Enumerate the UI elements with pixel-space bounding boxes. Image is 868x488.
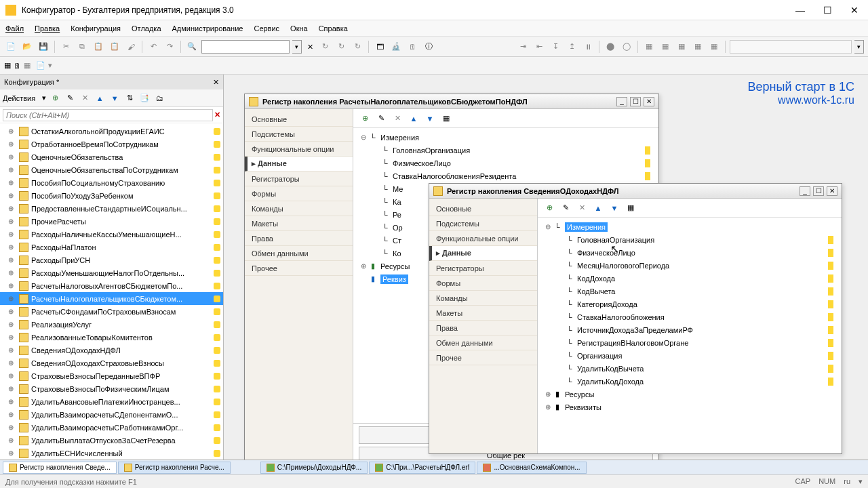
nav-item[interactable]: Команды <box>429 291 537 306</box>
panel-close-icon[interactable]: ✕ <box>213 78 219 87</box>
dim-item[interactable]: └ИсточникДоходаЗаПределамиРФ <box>543 323 836 336</box>
up-dim-icon[interactable]: ▲ <box>592 202 604 214</box>
nav-item[interactable]: Прочее <box>429 350 537 365</box>
tb2-3-icon[interactable]: ▦ <box>24 61 31 70</box>
tree-item[interactable]: ⊕РасходыПриУСН <box>0 253 223 266</box>
mdi-max-icon[interactable]: ☐ <box>813 186 824 196</box>
tree-item[interactable]: ⊕РасчетыСФондамиПоСтраховымВзносам <box>0 305 223 318</box>
tree-root[interactable]: ⊖└Измерения <box>543 220 836 233</box>
expand-icon[interactable]: ⊕ <box>8 333 16 341</box>
tree-item[interactable]: ⊕ОтработанноеВремяПоСотрудникам <box>0 138 223 150</box>
nav-item[interactable]: Подсистемы <box>429 216 537 231</box>
tree-item[interactable]: ⊕РеализованныеТоварыКомитентов <box>0 331 223 344</box>
refresh2-icon[interactable]: ↻ <box>334 40 348 54</box>
tree-item[interactable]: ⊕УдалитьВыплатаОтпусковЗаСчетРезерва <box>0 434 223 447</box>
p2-icon[interactable]: ▦ <box>658 40 672 54</box>
edit-dim-icon[interactable]: ✎ <box>375 113 387 125</box>
tree-item[interactable]: ⊕СведенияОДоходахСтраховыеВзносы <box>0 357 223 369</box>
props-dim-icon[interactable]: ▦ <box>625 202 637 214</box>
expand-icon[interactable]: ⊕ <box>8 282 16 289</box>
open-icon[interactable]: 📂 <box>20 40 34 54</box>
tree-item[interactable]: ⊕СтраховыеВзносыПереданныеВПФР <box>0 369 223 382</box>
window-icon[interactable]: 🗔 <box>373 40 387 54</box>
props-dim-icon[interactable]: ▦ <box>440 113 452 125</box>
calc-icon[interactable]: 🗓 <box>406 40 419 54</box>
mdi-window-2-tree[interactable]: ⊖└Измерения└ГоловнаяОрганизация└Физическ… <box>538 218 842 453</box>
nav-item[interactable]: Основные <box>429 201 537 216</box>
debug-combo-dropdown[interactable]: ▾ <box>854 40 864 54</box>
mdi-min-icon[interactable]: _ <box>616 97 627 106</box>
expand-icon[interactable]: ⊕ <box>8 269 16 277</box>
up-icon[interactable]: ▲ <box>94 92 106 104</box>
expand-icon[interactable]: ⊕ <box>8 140 16 148</box>
del-dim-icon[interactable]: ✕ <box>576 202 588 214</box>
menu-windows[interactable]: Окна <box>290 24 308 33</box>
menu-edit[interactable]: Правка <box>35 24 60 33</box>
nav-item[interactable]: Подсистемы <box>245 127 353 142</box>
dim-item[interactable]: └Организация <box>543 349 836 362</box>
tb2-2-icon[interactable]: 🗓 <box>14 62 21 70</box>
close-button[interactable]: ✕ <box>846 5 863 16</box>
tree-item[interactable]: ⊕ОстаткиАлкогольнойПродукцииЕГАИС <box>0 125 223 138</box>
br2-icon[interactable]: ◯ <box>620 40 633 54</box>
dim-item[interactable]: └КодДохода <box>543 272 836 285</box>
menu-config[interactable]: Конфигурация <box>71 24 121 33</box>
tree-item[interactable]: ⊕ПособияПоСоциальномуСтрахованию <box>0 176 223 189</box>
refresh1-icon[interactable]: ↻ <box>318 40 332 54</box>
tree-item[interactable]: ⊕УдалитьВзаиморасчетыСРаботникамиОрг... <box>0 421 223 434</box>
p3-icon[interactable]: ▦ <box>675 40 688 54</box>
config-tree[interactable]: ⊕ОстаткиАлкогольнойПродукцииЕГАИС⊕Отрабо… <box>0 123 223 461</box>
expand-icon[interactable]: ⊕ <box>359 262 368 270</box>
sort-icon[interactable]: ⇅ <box>123 92 136 104</box>
dim-item[interactable]: └МесяцНалоговогоПериода <box>543 259 836 272</box>
cut-icon[interactable]: ✂ <box>59 40 73 54</box>
dim-item[interactable]: └СтавкаНалогообложенияРезидента <box>359 169 653 182</box>
actions-label[interactable]: Действия <box>3 94 35 102</box>
brush-icon[interactable]: 🖌 <box>124 40 138 54</box>
tree-item[interactable]: ⊕ПрочиеРасчеты <box>0 215 223 228</box>
add-dim-icon[interactable]: ⊕ <box>543 202 555 214</box>
expand-icon[interactable]: ⊕ <box>8 230 16 238</box>
del-dim-icon[interactable]: ✕ <box>391 113 403 125</box>
nav-item[interactable]: Формы <box>245 186 353 201</box>
paste2-icon[interactable]: 📋 <box>108 40 121 54</box>
group-item[interactable]: ⊕▮Ресурсы <box>543 388 836 401</box>
tree-item[interactable]: ⊕ПособияПоУходуЗаРебенком <box>0 189 223 202</box>
p1-icon[interactable]: ▦ <box>642 40 656 54</box>
br1-icon[interactable]: ⬤ <box>604 40 617 54</box>
expand-icon[interactable]: ⊕ <box>8 205 16 212</box>
edit-icon[interactable]: ✎ <box>64 92 76 104</box>
tb2-4-icon[interactable]: 📄 <box>36 61 45 70</box>
tree-item[interactable]: ⊕УдалитьВзаиморасчетыСДепонентамиО... <box>0 408 223 421</box>
tree-item[interactable]: ⊕УдалитьАвансовыеПлатежиИностранцев... <box>0 395 223 408</box>
expand-icon[interactable]: ⊕ <box>8 295 16 302</box>
nav-item[interactable]: ▸ Данные <box>429 246 537 261</box>
mdi-close-icon[interactable]: ✕ <box>827 186 837 196</box>
nav-item[interactable]: Формы <box>429 276 537 291</box>
expand-icon[interactable]: ⊕ <box>8 192 16 199</box>
debug-combo[interactable] <box>730 40 852 54</box>
mdi-max-icon[interactable]: ☐ <box>630 97 641 106</box>
dim-item[interactable]: └УдалитьКодДохода <box>543 375 836 388</box>
task-3[interactable]: C:\При...\РасчетыНДФЛ.erf <box>369 462 475 474</box>
tree-item[interactable]: ⊕РасходыУменьшающиеНалогПоОтдельны... <box>0 266 223 279</box>
tree-item[interactable]: ⊕РасчетыНалогоплательщиковСБюджетом... <box>0 292 223 305</box>
nav-item[interactable]: ▸ Данные <box>245 157 353 171</box>
tree-item[interactable]: ⊕ОценочныеОбязательстваПоСотрудникам <box>0 163 223 176</box>
undo-icon[interactable]: ↶ <box>146 40 160 54</box>
dim-item[interactable]: └ГоловнаяОрганизация <box>359 144 653 157</box>
minimize-button[interactable]: — <box>792 5 808 16</box>
step4-icon[interactable]: ↥ <box>565 40 578 54</box>
step2-icon[interactable]: ⇤ <box>532 40 546 54</box>
task-0[interactable]: Регистр накопления Сведе... <box>3 462 117 474</box>
toolbar-search-dropdown[interactable]: ▾ <box>292 40 302 54</box>
redo-icon[interactable]: ↷ <box>163 40 176 54</box>
menu-file[interactable]: Файл <box>5 24 24 33</box>
dim-item[interactable]: └РегистрацияВНалоговомОргане <box>543 336 836 349</box>
paste-icon[interactable]: 📋 <box>92 40 105 54</box>
down-icon[interactable]: ▼ <box>108 92 121 104</box>
tree-item[interactable]: ⊕РеализацияУслуг <box>0 318 223 331</box>
expand-icon[interactable]: ⊕ <box>8 436 16 444</box>
tree-item[interactable]: ⊕СведенияОДоходахНДФЛ <box>0 344 223 357</box>
mdi-close-icon[interactable]: ✕ <box>644 97 654 106</box>
